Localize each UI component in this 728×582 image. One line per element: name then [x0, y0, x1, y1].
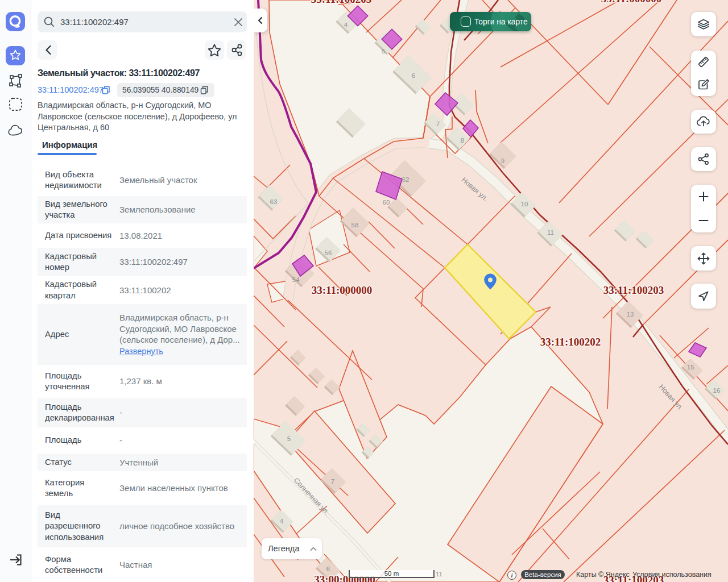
svg-text:33:11:000000: 33:11:000000 — [312, 284, 373, 296]
svg-text:5: 5 — [287, 435, 291, 442]
svg-text:33:11:100203: 33:11:100203 — [311, 0, 372, 5]
svg-text:63: 63 — [270, 198, 278, 205]
svg-text:60: 60 — [383, 199, 390, 206]
svg-text:4: 4 — [344, 22, 348, 28]
svg-text:4: 4 — [280, 518, 284, 525]
svg-text:16: 16 — [713, 387, 721, 394]
svg-text:8: 8 — [461, 137, 464, 144]
svg-text:33:11:100202: 33:11:100202 — [540, 336, 601, 348]
svg-text:7: 7 — [331, 478, 334, 485]
svg-text:6: 6 — [326, 566, 330, 572]
svg-text:9: 9 — [501, 157, 504, 164]
svg-text:56: 56 — [325, 250, 332, 256]
svg-text:11: 11 — [547, 229, 554, 236]
svg-text:13: 13 — [627, 311, 634, 318]
svg-text:11: 11 — [436, 571, 442, 577]
svg-text:6: 6 — [412, 72, 415, 79]
svg-text:15: 15 — [687, 364, 694, 371]
svg-text:33:11:100203: 33:11:100203 — [603, 284, 664, 296]
svg-text:10: 10 — [521, 201, 528, 207]
svg-text:7: 7 — [436, 120, 440, 127]
svg-text:62: 62 — [402, 176, 410, 183]
svg-text:54: 54 — [292, 276, 300, 283]
svg-text:5: 5 — [382, 48, 385, 55]
svg-text:58: 58 — [351, 222, 359, 228]
svg-text:33:11:000000: 33:11:000000 — [601, 0, 662, 5]
